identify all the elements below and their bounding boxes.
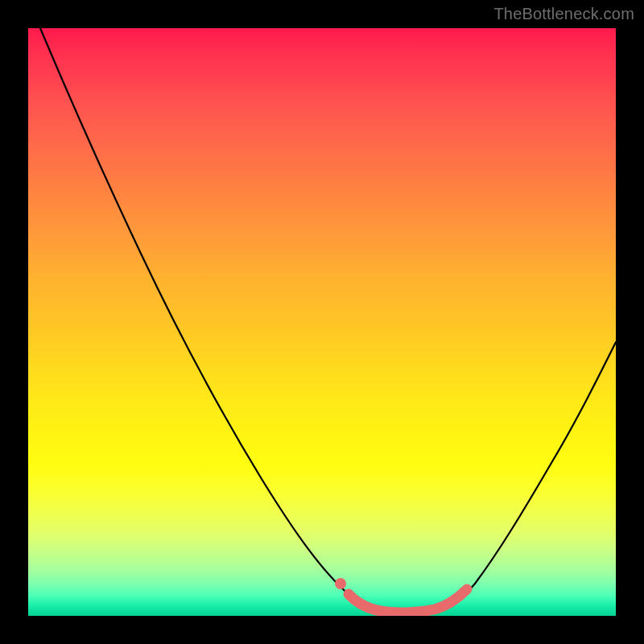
- bottleneck-curve-path: [40, 28, 616, 613]
- plot-area: [28, 28, 616, 616]
- watermark-text: TheBottleneck.com: [493, 5, 634, 23]
- highlight-segment: [349, 589, 467, 613]
- bottleneck-curve-svg: [28, 28, 616, 616]
- chart-frame: TheBottleneck.com: [0, 0, 644, 644]
- highlight-dot: [335, 578, 346, 589]
